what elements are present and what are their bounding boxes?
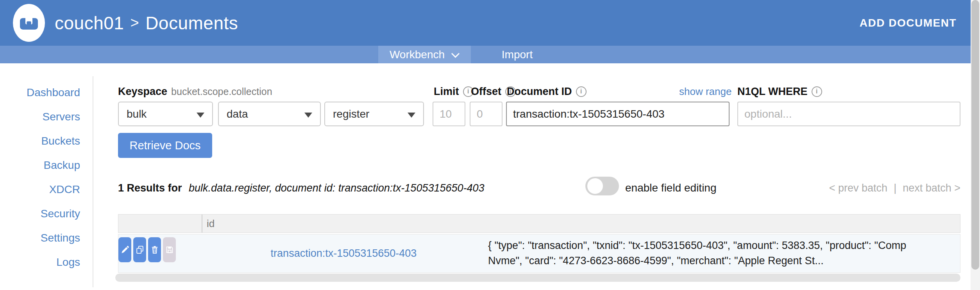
breadcrumb-bucket[interactable]: couch01 [55,13,124,34]
copy-icon [136,245,144,254]
document-json-line1: { "type": "transaction", "txnid": "tx-15… [488,238,957,253]
edit-document-button[interactable] [118,237,131,262]
couchbase-logo-icon [13,4,45,42]
bucket-select[interactable]: bulk [118,102,213,126]
sidebar-item-logs[interactable]: Logs [0,250,80,274]
sidebar-item-backup[interactable]: Backup [0,153,80,177]
sidebar-item-security[interactable]: Security [0,202,80,226]
sidebar-item-dashboard[interactable]: Dashboard [0,81,80,105]
scope-select-value: data [227,108,248,120]
document-id-link[interactable]: transaction:tx-1505315650-403 [271,247,417,260]
collection-select-value: register [333,108,369,120]
sidebar-divider [93,76,93,287]
tab-import[interactable]: Import [471,46,563,63]
collection-select[interactable]: register [324,102,424,126]
edit-pencil-icon [121,245,129,254]
limit-label: Limit [434,84,474,98]
id-column-header: id [207,215,215,233]
tab-import-label: Import [502,48,533,61]
table-row: transaction:tx-1505315650-403 { "type": … [118,234,960,273]
n1ql-where-input[interactable] [737,102,960,126]
keyspace-hint: bucket.scope.collection [171,86,272,97]
tab-workbench-label: Workbench [390,48,445,61]
prev-batch-button[interactable]: < prev batch [829,179,887,197]
document-id-label: Document ID [507,84,587,98]
sidebar-item-xdcr[interactable]: XDCR [0,177,80,202]
info-icon[interactable] [812,86,822,97]
n1ql-where-label-text: N1QL WHERE [737,86,808,98]
document-json-line2: Nvme", "card": "4273-6623-8686-4599", "m… [488,253,957,269]
row-action-buttons [118,237,176,262]
delete-document-button[interactable] [148,237,161,262]
batch-pagination: < prev batch | next batch > [829,179,960,197]
chevron-down-icon [452,49,460,57]
copy-document-button[interactable] [133,237,146,262]
offset-input[interactable] [470,102,503,126]
save-floppy-icon [165,245,174,254]
keyspace-label-text: Keyspace [118,86,167,98]
horizontal-scrollbar[interactable] [115,274,960,282]
tab-workbench[interactable]: Workbench [378,46,471,63]
limit-label-text: Limit [434,86,459,98]
retrieve-docs-button[interactable]: Retrieve Docs [118,133,212,158]
document-id-input[interactable] [506,102,730,126]
column-divider [202,215,202,233]
sidebar-item-settings[interactable]: Settings [0,226,80,250]
results-summary: 1 Results for bulk.data.register, docume… [118,179,485,197]
save-document-button[interactable] [163,237,176,262]
page: couch01 > Documents ADD DOCUMENT Workben… [0,0,980,290]
bucket-select-value: bulk [127,108,147,120]
vertical-scrollbar-thumb[interactable] [971,0,979,270]
n1ql-where-label: N1QL WHERE [737,84,822,98]
sidebar: Dashboard Servers Buckets Backup XDCR Se… [0,81,80,274]
show-range-link[interactable]: show range [679,86,731,98]
batch-separator: | [894,179,896,197]
results-query: bulk.data.register, document id: transac… [189,182,485,194]
field-editing-toggle-label: enable field editing [625,179,717,197]
next-batch-button[interactable]: next batch > [903,179,960,197]
info-icon[interactable] [576,86,587,97]
show-range-link-wrap: show range [679,84,731,98]
document-id-cell: transaction:tx-1505315650-403 [202,235,486,272]
toggle-knob [587,178,603,194]
sidebar-item-servers[interactable]: Servers [0,105,80,129]
app-header: couch01 > Documents ADD DOCUMENT [0,0,971,46]
add-document-button[interactable]: ADD DOCUMENT [860,0,957,46]
keyspace-label: Keyspace bucket.scope.collection [118,84,272,98]
field-editing-toggle[interactable] [585,177,619,195]
results-table-header: id [118,214,960,233]
breadcrumb: couch01 > Documents [55,0,238,46]
breadcrumb-separator: > [130,14,139,31]
document-id-label-text: Document ID [507,86,572,98]
offset-label-text: Offset [471,86,501,98]
limit-input[interactable] [433,102,465,126]
trash-icon [150,245,159,254]
secondary-nav: Workbench Import [0,46,971,63]
scope-select[interactable]: data [218,102,321,126]
breadcrumb-page: Documents [145,13,238,34]
results-count: 1 Results for [118,182,182,194]
document-content-cell[interactable]: { "type": "transaction", "txnid": "tx-15… [488,238,957,269]
sidebar-item-buckets[interactable]: Buckets [0,129,80,153]
